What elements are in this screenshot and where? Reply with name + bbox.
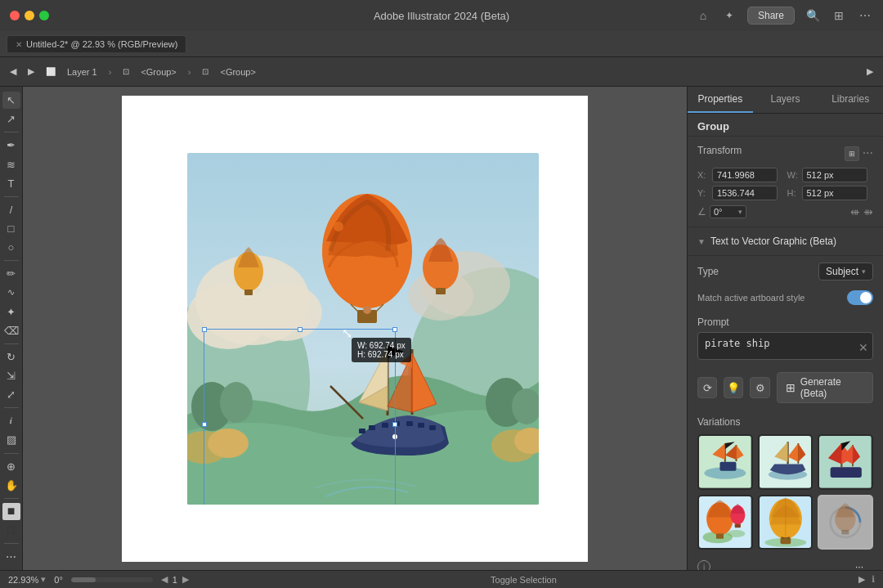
flip-icon[interactable]: ⇻ bbox=[863, 205, 873, 218]
breadcrumb-group-2[interactable]: <Group> bbox=[217, 65, 258, 79]
scale-tool[interactable]: ⇲ bbox=[2, 367, 20, 384]
tab-layers[interactable]: Layers bbox=[753, 87, 818, 113]
paintbrush-tool[interactable]: ✏ bbox=[2, 265, 20, 282]
gradient-tool[interactable]: ▨ bbox=[2, 431, 20, 448]
direct-selection-tool[interactable]: ↗ bbox=[2, 110, 20, 128]
tab-label: Untitled-2* @ 22.93 % (RGB/Preview) bbox=[26, 39, 177, 49]
home-icon[interactable]: ⌂ bbox=[695, 7, 711, 24]
variation-6[interactable] bbox=[818, 495, 873, 550]
svg-point-20 bbox=[363, 306, 371, 314]
eyedropper-tool[interactable]: 𝒊 bbox=[2, 412, 20, 429]
reflect-tool[interactable]: ⤢ bbox=[2, 386, 20, 403]
ai-icon[interactable]: ✦ bbox=[721, 7, 737, 24]
close-button[interactable] bbox=[10, 11, 20, 20]
breadcrumb-group-icon-1: ⊡ bbox=[119, 65, 132, 78]
w-input[interactable] bbox=[802, 168, 867, 182]
variation-4[interactable] bbox=[697, 495, 753, 550]
generate-icon: ⊞ bbox=[786, 381, 796, 394]
nav-back-icon[interactable]: ◀ bbox=[7, 65, 20, 79]
search-icon[interactable]: 🔍 bbox=[805, 7, 821, 24]
zoom-value[interactable]: 22.93% bbox=[8, 575, 38, 585]
grid-icon[interactable]: ⊞ bbox=[831, 7, 847, 24]
status-info: ℹ bbox=[872, 574, 875, 585]
illustration-svg bbox=[187, 153, 539, 505]
effects-icon[interactable]: 💡 bbox=[724, 377, 743, 398]
page-prev[interactable]: ◀ bbox=[161, 574, 168, 585]
line-tool[interactable]: / bbox=[2, 201, 20, 218]
svg-rect-28 bbox=[382, 423, 388, 428]
type-select[interactable]: Subject ▾ bbox=[818, 263, 873, 281]
ellipse-tool[interactable]: ○ bbox=[2, 239, 20, 256]
y-input[interactable] bbox=[712, 186, 778, 200]
svg-rect-67 bbox=[842, 530, 849, 534]
angle-dropdown[interactable]: ▾ bbox=[738, 208, 742, 216]
tab-close-icon[interactable]: ✕ bbox=[16, 40, 22, 49]
transform-grid-icon[interactable]: ⊞ bbox=[845, 146, 859, 161]
selection-tool[interactable]: ↖ bbox=[2, 92, 20, 109]
angle-input-wrap: ▾ bbox=[710, 205, 746, 218]
angle-icon: ∠ bbox=[697, 206, 706, 218]
maximize-button[interactable] bbox=[39, 11, 49, 20]
x-input[interactable] bbox=[712, 168, 778, 182]
nav-forward-icon[interactable]: ▶ bbox=[25, 65, 38, 79]
minimize-button[interactable] bbox=[25, 11, 34, 20]
match-label: Match active artboard style bbox=[697, 293, 805, 303]
transform-more[interactable]: ··· bbox=[863, 146, 873, 161]
tab-properties[interactable]: Properties bbox=[688, 87, 753, 113]
status-arrow-icon[interactable]: ▶ bbox=[858, 574, 865, 585]
type-tool[interactable]: T bbox=[2, 175, 20, 192]
fill-tool[interactable]: ■ bbox=[2, 503, 20, 520]
variation-1[interactable] bbox=[697, 434, 753, 490]
type-label: Type bbox=[697, 266, 719, 277]
layer-label[interactable]: Layer 1 bbox=[64, 65, 101, 79]
settings-icon[interactable]: ⚙ bbox=[750, 377, 769, 398]
match-toggle[interactable] bbox=[847, 290, 873, 305]
hand-tool[interactable]: ✋ bbox=[2, 477, 20, 494]
canvas-area[interactable]: ⤡ W: 692.74 px H: 692.74 px bbox=[23, 87, 687, 570]
page-value: 1 bbox=[170, 575, 180, 585]
title-bar-actions: ⌂ ✦ Share 🔍 ⊞ ⋯ bbox=[695, 7, 873, 25]
angle-value[interactable]: 0° bbox=[54, 575, 63, 585]
share-button[interactable]: Share bbox=[747, 7, 795, 25]
zoom-item: 22.93% ▾ bbox=[8, 574, 46, 585]
style-icon[interactable]: ⟳ bbox=[697, 377, 717, 398]
info-icon[interactable]: i bbox=[697, 560, 710, 570]
navigator-bar[interactable] bbox=[71, 577, 153, 582]
zoom-tool[interactable]: ⊕ bbox=[2, 457, 20, 474]
rect-tool[interactable]: □ bbox=[2, 220, 20, 237]
eraser-tool[interactable]: ⌫ bbox=[2, 322, 20, 339]
variation-5[interactable] bbox=[758, 495, 814, 550]
traffic-lights bbox=[10, 11, 49, 20]
generate-label: Generate (Beta) bbox=[800, 376, 864, 399]
variation-3[interactable] bbox=[818, 434, 873, 490]
more-tools[interactable]: ⋯ bbox=[2, 548, 20, 565]
shaper-tool[interactable]: ✦ bbox=[2, 303, 20, 320]
breadcrumb-sep-1: › bbox=[105, 65, 115, 79]
variation-2[interactable] bbox=[758, 434, 814, 490]
tool-sep-4 bbox=[4, 343, 19, 344]
constrain-icon[interactable]: ⇺ bbox=[850, 205, 860, 218]
zoom-dropdown[interactable]: ▾ bbox=[41, 574, 46, 585]
angle-item: 0° bbox=[54, 575, 63, 585]
tab-libraries[interactable]: Libraries bbox=[818, 87, 883, 113]
ttv-header[interactable]: ▼ Text to Vector Graphic (Beta) bbox=[688, 227, 883, 256]
variations-more[interactable]: ··· bbox=[845, 559, 873, 570]
stroke-tool[interactable]: □ bbox=[2, 522, 20, 539]
pencil-tool[interactable]: ∿ bbox=[2, 284, 20, 301]
more-icon[interactable]: ⋯ bbox=[857, 7, 873, 24]
prompt-clear-icon[interactable]: ✕ bbox=[858, 341, 868, 354]
pen-tool[interactable]: ✒ bbox=[2, 137, 20, 154]
rotate-tool[interactable]: ↻ bbox=[2, 348, 20, 366]
breadcrumb-group-1[interactable]: <Group> bbox=[137, 65, 179, 79]
toolbar-end-icon[interactable]: ▶ bbox=[863, 65, 876, 79]
curvature-tool[interactable]: ≋ bbox=[2, 155, 20, 173]
h-label: H: bbox=[787, 188, 799, 198]
tool-sep-3 bbox=[4, 260, 19, 261]
prompt-input[interactable] bbox=[697, 332, 873, 360]
document-tab[interactable]: ✕ Untitled-2* @ 22.93 % (RGB/Preview) bbox=[7, 35, 186, 52]
angle-input[interactable] bbox=[714, 207, 738, 217]
h-input[interactable] bbox=[802, 186, 867, 200]
generate-button[interactable]: ⊞ Generate (Beta) bbox=[777, 372, 873, 403]
tool-sep-7 bbox=[4, 498, 19, 499]
page-next[interactable]: ▶ bbox=[182, 574, 189, 585]
